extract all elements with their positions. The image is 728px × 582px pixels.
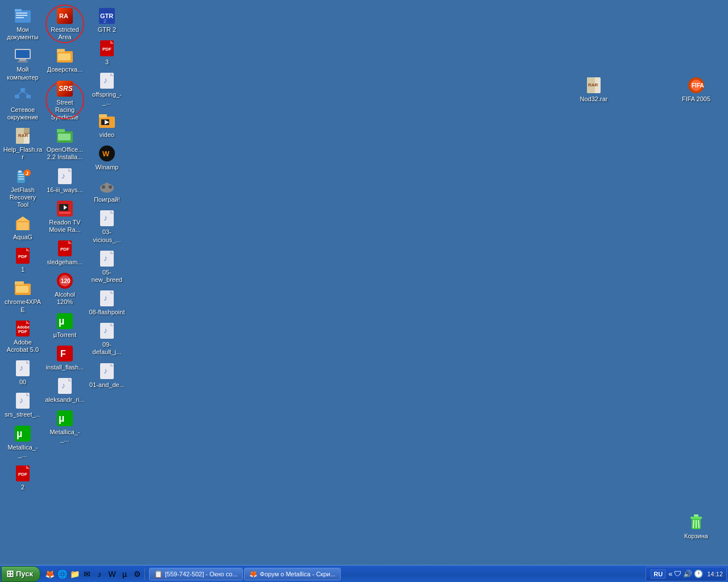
tray-arrow-icon[interactable]: « <box>668 569 672 578</box>
desktop-icon-utorrent[interactable]: µ µTorrent <box>44 310 85 341</box>
desktop-icon-flashpoint08[interactable]: ♪ 08-flashpoint <box>86 287 127 318</box>
window1-label: [559-742-502] - Окно со... <box>165 571 238 577</box>
vicious03-icon: ♪ <box>98 209 116 227</box>
tray-misc-icon[interactable]: ⚙ <box>131 568 143 580</box>
offspring-label: offspring_-_... <box>89 91 125 106</box>
metallica1-icon: µ <box>14 425 32 443</box>
desktop-icon-2[interactable]: PDF 2 <box>2 462 43 493</box>
svg-rect-11 <box>26 95 31 98</box>
tray-firefox-icon[interactable]: 🦊 <box>44 568 55 580</box>
desktop-icon-winamp[interactable]: W Winamp <box>86 142 127 173</box>
window1-icon: 📋 <box>154 570 163 578</box>
desktop-icon-my-computer[interactable]: Мой компьютер <box>2 44 43 83</box>
svg-rect-10 <box>15 95 19 98</box>
tray-folder-icon[interactable]: 📁 <box>69 568 80 580</box>
utorrent-label: µTorrent <box>53 331 77 339</box>
desktop-icon-install-flash[interactable]: F install_flash... <box>44 342 85 373</box>
desktop-icon-metallica1[interactable]: µ Metallica_-_... <box>2 422 43 461</box>
svg-point-98 <box>102 185 105 189</box>
desktop-icon-network[interactable]: Сетевое окружение <box>2 85 43 123</box>
lang-indicator[interactable]: RU <box>651 569 665 579</box>
sledgeham-label: sledgeham... <box>47 259 83 266</box>
desktop-icon-vicious03[interactable]: ♪ 03-vicious_... <box>86 207 127 246</box>
desktop-icon-nod32[interactable]: RAR Nod32.rar <box>573 74 614 105</box>
taskbar-window2-button[interactable]: 🦊 Форум о Metallica - Скри... <box>244 568 341 580</box>
start-button[interactable]: ⊞ Пуск <box>1 566 40 582</box>
desktop-icon-alcohol[interactable]: 120 Alcohol 120% <box>44 269 85 308</box>
desktop-icon-default-j09[interactable]: ♪ 09-default_j... <box>86 319 127 358</box>
tray-email-icon[interactable]: ✉ <box>81 568 93 580</box>
svg-text:µ: µ <box>59 315 64 327</box>
recycle-bin-icon <box>687 513 705 531</box>
svg-text:♪: ♪ <box>61 171 65 180</box>
svg-rect-1 <box>15 9 22 11</box>
adobe-acrobat-label: Adobe Acrobat 5.0 <box>5 339 41 354</box>
tray-winamp-icon[interactable]: ♪ <box>94 568 105 580</box>
metallica2-icon: µ <box>56 409 74 427</box>
desktop-icon-aquag[interactable]: AquaG <box>2 212 43 243</box>
desktop-icon-and-de01[interactable]: ♪ 01-and_de... <box>86 360 127 391</box>
desktop-icon-my-documents[interactable]: Мои документы <box>2 5 43 43</box>
and-de01-icon: ♪ <box>98 362 116 380</box>
fifa2005-icon: FIFA <box>687 76 705 94</box>
pdf-2-icon: PDF <box>14 464 32 483</box>
tray-word-icon[interactable]: W <box>106 568 118 580</box>
desktop-icon-srs-street[interactable]: ♪ srs_street_... <box>2 389 43 421</box>
desktop-icon-help-flash[interactable]: RAR Help_Flash.rar <box>2 124 43 163</box>
my-computer-icon <box>14 47 32 65</box>
svg-text:♪: ♪ <box>104 293 107 302</box>
svg-rect-66 <box>59 212 71 214</box>
desktop-icon-readon[interactable]: Readon TV Movie Ra... <box>44 197 85 236</box>
pdf-3-icon: PDF <box>98 39 116 57</box>
desktop-icon-openoffice[interactable]: OpenOffice... 2.2 Installa... <box>44 124 85 163</box>
desktop-icon-new-breed05[interactable]: ♪ 05-new_breed <box>86 247 127 286</box>
poigray-label: Поиграй! <box>94 196 120 203</box>
svg-rect-3 <box>16 15 27 16</box>
quick-launch-tray: 🦊 🌐 📁 ✉ ♪ W µ ⚙ <box>44 568 143 580</box>
desktop-icon-3[interactable]: PDF 3 <box>86 37 127 68</box>
desktop-icon-00[interactable]: ♪ 00 <box>2 357 43 388</box>
system-tray: RU « 🛡 🔊 🕐 14:12 <box>646 567 727 581</box>
desktop-icon-poigray[interactable]: Поиграй! <box>86 174 127 206</box>
desktop-icon-aleksandr[interactable]: ♪ aleksandr_ri... <box>44 375 85 406</box>
desktop-icon-recycle-bin[interactable]: Корзина <box>676 511 717 542</box>
tray-ie-icon[interactable]: 🌐 <box>56 568 68 580</box>
desktop-icon-restricted-area[interactable]: RA Restricted Area <box>44 5 85 43</box>
svg-text:J: J <box>26 171 28 176</box>
svg-rect-22 <box>18 176 24 177</box>
start-icon: ⊞ <box>6 568 14 579</box>
ways16-label: 16-iii_ways... <box>47 186 83 194</box>
svg-rect-32 <box>16 286 28 293</box>
desktop-icon-1[interactable]: PDF 1 <box>2 244 43 276</box>
desktop-icon-sledgeham[interactable]: PDF sledgeham... <box>44 237 85 268</box>
desktop-icon-ways16[interactable]: ♪ 16-iii_ways... <box>44 165 85 196</box>
desktop-icon-adobe-acrobat[interactable]: Adobe PDF Adobe Acrobat 5.0 <box>2 317 43 356</box>
desktop-icon-srs-game[interactable]: SRS Street Racing Syndicate <box>44 77 85 124</box>
svg-point-97 <box>100 184 114 193</box>
fifa2005-label: FIFA 2005 <box>682 95 710 103</box>
tray-utorrent-icon[interactable]: µ <box>119 568 130 580</box>
svg-rect-59 <box>58 134 71 140</box>
alcohol-icon: 120 <box>56 272 74 290</box>
new-breed05-label: 05-new_breed <box>89 269 125 284</box>
desktop-icon-offspring[interactable]: ♪ offspring_-_... <box>86 69 127 108</box>
desktop-icon-video[interactable]: video <box>86 110 127 141</box>
gtr2-label: GTR 2 <box>98 26 116 34</box>
svg-rect-26 <box>17 222 28 230</box>
taskbar-window1-button[interactable]: 📋 [559-742-502] - Окно со... <box>149 568 243 580</box>
desktop-icon-jetflash[interactable]: J JetFlash Recovery Tool <box>2 165 43 211</box>
desktop-icon-fifa2005[interactable]: FIFA FIFA 2005 <box>676 74 717 105</box>
desktop-icon-metallica2[interactable]: µ Metallica_-_... <box>44 407 85 446</box>
svg-text:SRS: SRS <box>59 85 73 93</box>
install-flash-label: install_flash... <box>46 364 84 371</box>
desktop-icon-gtr2[interactable]: GTR 2 GTR 2 <box>86 5 127 36</box>
svg-rect-125 <box>694 514 698 517</box>
winamp-icon: W <box>98 144 116 163</box>
my-documents-label: Мои документы <box>5 26 41 41</box>
desktop-icon-dovertska[interactable]: Доверстка... <box>44 44 85 76</box>
svg-rect-4 <box>16 17 24 18</box>
srs-street-label: srs_street_... <box>5 411 41 418</box>
utorrent-icon: µ <box>56 312 74 330</box>
svg-rect-23 <box>18 178 24 180</box>
desktop-icon-chrome4xpae[interactable]: chrome4XPAE <box>2 277 43 315</box>
